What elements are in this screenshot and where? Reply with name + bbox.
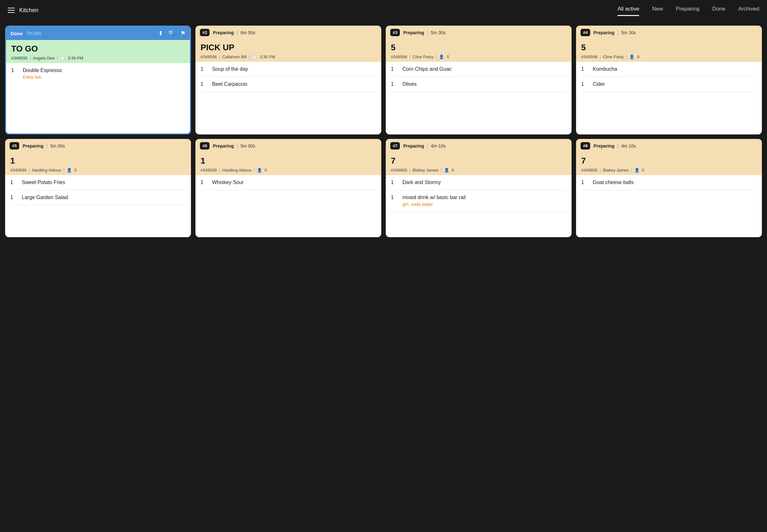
- item-name: Soup of the day: [212, 66, 248, 72]
- card3-header: #3 Preparing 5m 30s: [386, 26, 571, 39]
- card6-number: #349599: [201, 168, 217, 173]
- card1-order-title: TO GO: [11, 44, 185, 54]
- hamburger-menu[interactable]: [8, 8, 15, 13]
- item-qty: 1: [10, 195, 17, 200]
- card4-time: 5m 30s: [621, 30, 636, 35]
- card3-badge: #3: [390, 29, 400, 36]
- guests-icon8: 👤: [634, 168, 640, 173]
- card4-server: Cline Patsy: [603, 54, 624, 59]
- order-item: 1 Kombucha: [581, 62, 757, 77]
- card4-meta: #349598 Cline Patsy 👤 0: [581, 54, 757, 59]
- card6-order-info: 1 #349599 Hardling Aldous 👤 0: [196, 153, 381, 175]
- item-name: Double Espresso: [23, 68, 62, 73]
- item-name: Whiskey Sour: [212, 180, 244, 185]
- card2-order-info: PICK UP #349596 Callaham Bill 🕐 3:36 PM: [196, 39, 381, 62]
- guests-icon7: 👤: [444, 168, 449, 173]
- guests-icon3: 👤: [439, 54, 444, 59]
- order-item: 1 Olives: [391, 77, 566, 92]
- card6-items: 1 Whiskey Sour: [196, 175, 381, 237]
- card5-time: 5m 00s: [50, 143, 65, 149]
- order-card-3: #3 Preparing 5m 30s 5 #349598 Cline Pats…: [386, 26, 571, 134]
- card8-status: Preparing: [594, 143, 614, 149]
- order-item: 1 Large Garden Salad: [10, 190, 186, 205]
- item-qty: 1: [391, 81, 397, 87]
- card6-header: #6 Preparing 5m 00s: [196, 139, 381, 153]
- order-item: 1 Dark and Stormy: [391, 175, 566, 190]
- order-item: 1 Whiskey Sour: [201, 175, 376, 190]
- card5-meta: #349599 Hardling Aldous 👤 0: [10, 168, 186, 173]
- card5-guests: 0: [74, 168, 77, 173]
- card5-server: Hardling Aldous: [32, 168, 61, 173]
- card7-guests: 0: [452, 168, 454, 173]
- search-icon[interactable]: 🔍: [168, 30, 175, 37]
- card7-server: Blakey James: [413, 168, 439, 173]
- item-name: Cider: [593, 81, 605, 87]
- item-name: Beet Carpaccio: [212, 81, 247, 87]
- clock-icon: 🕐: [60, 56, 65, 60]
- app-header: Kitchen All active New Preparing Done Ar…: [0, 0, 767, 20]
- card6-meta: #349599 Hardling Aldous 👤 0: [201, 168, 376, 173]
- card1-server: Angelo Dee: [33, 56, 55, 60]
- card2-status: Preparing: [213, 30, 234, 35]
- order-card-6: #6 Preparing 5m 00s 1 #349599 Hardling A…: [196, 139, 381, 237]
- card5-status: Preparing: [22, 143, 43, 149]
- card7-number: #349600: [391, 168, 407, 173]
- card3-order-title: 5: [391, 43, 566, 52]
- nav-done[interactable]: Done: [712, 6, 725, 15]
- card4-number: #349598: [581, 54, 598, 59]
- app-title: Kitchen: [19, 7, 38, 14]
- item-name: Kombucha: [593, 66, 618, 72]
- nav-archived[interactable]: Archived: [738, 6, 759, 15]
- card5-number: #349599: [10, 168, 27, 173]
- card8-server: Blakey James: [603, 168, 629, 173]
- card3-number: #349598: [391, 54, 407, 59]
- card7-time: 4m 10s: [431, 143, 446, 149]
- card3-items: 1 Corn Chips and Guac 1 Olives: [386, 62, 571, 134]
- order-item: 1 Sweet Potato Fries: [10, 175, 186, 190]
- card6-order-title: 1: [201, 156, 376, 166]
- order-card-4: #4 Preparing 5m 30s 5 #349598 Cline Pats…: [576, 26, 762, 134]
- card8-badge: #8: [581, 142, 590, 149]
- nav-new[interactable]: New: [652, 6, 663, 15]
- card1-clock-time: 3:36 PM: [68, 56, 83, 60]
- item-name: Olives: [402, 81, 416, 87]
- card4-order-info: 5 #349598 Cline Patsy 👤 0: [576, 39, 762, 62]
- item-qty: 1: [201, 180, 207, 185]
- order-card-5: #5 Preparing 5m 00s 1 #349599 Hardling A…: [5, 139, 191, 237]
- card2-items: 1 Soup of the day 1 Beet Carpaccio: [196, 62, 381, 134]
- item-name: Goat cheese balls: [593, 180, 634, 185]
- card1-status: Done: [11, 31, 23, 36]
- card6-guests: 0: [265, 168, 267, 173]
- upload-icon[interactable]: ⬆: [158, 30, 163, 37]
- item-qty: 1: [581, 66, 588, 72]
- card4-header: #4 Preparing 5m 30s: [576, 26, 762, 39]
- nav-preparing[interactable]: Preparing: [676, 6, 700, 15]
- card1-order-info: TO GO #349595 Angelo Dee 🕐 3:36 PM: [6, 40, 190, 63]
- card2-header: #2 Preparing 6m 50s: [196, 26, 381, 39]
- item-qty: 1: [391, 195, 397, 200]
- flag-icon[interactable]: ⚑: [180, 30, 185, 37]
- order-item: 1 mixed drink w/ basic bar rail gin, sod…: [391, 190, 566, 212]
- card2-number: #349596: [201, 54, 217, 59]
- card7-order-info: 7 #349600 Blakey James 👤 0: [386, 153, 571, 175]
- order-item: 1 Beet Carpaccio: [201, 77, 376, 92]
- card4-badge: #4: [581, 29, 590, 36]
- header-left: Kitchen: [8, 7, 38, 14]
- card8-meta: #349600 Blakey James 👤 0: [581, 168, 757, 173]
- card8-guests: 0: [642, 168, 644, 173]
- guests-icon4: 👤: [629, 54, 634, 59]
- item-name: Large Garden Salad: [22, 195, 68, 200]
- card4-order-title: 5: [581, 43, 757, 52]
- nav-all-active[interactable]: All active: [618, 6, 639, 15]
- item-name: Sweet Potato Fries: [22, 180, 65, 185]
- card2-order-title: PICK UP: [201, 43, 376, 52]
- order-item: 1 Goat cheese balls: [581, 175, 757, 190]
- card3-server: Cline Patsy: [413, 54, 434, 59]
- card3-status: Preparing: [403, 30, 424, 35]
- card2-badge: #2: [200, 29, 210, 36]
- guests-icon6: 👤: [257, 168, 262, 173]
- clock-icon2: 🕐: [252, 54, 257, 59]
- order-item: 1 Double Espresso Extra hot.: [11, 63, 185, 84]
- card8-order-info: 7 #349600 Blakey James 👤 0: [576, 153, 762, 175]
- card5-order-info: 1 #349599 Hardling Aldous 👤 0: [5, 153, 191, 175]
